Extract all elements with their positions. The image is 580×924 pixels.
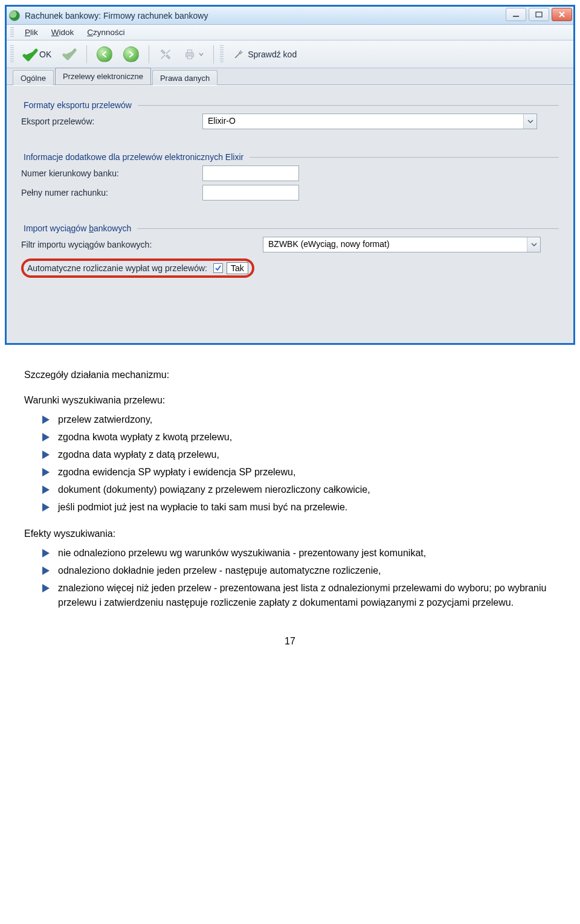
doc-subheading-conditions: Warunki wyszukiwania przelewu: — [24, 393, 556, 408]
app-icon — [9, 10, 20, 21]
toolbar-grip — [10, 45, 14, 63]
check-icon — [22, 47, 37, 62]
export-format-dropdown[interactable]: Elixir-O — [202, 114, 537, 129]
verify-code-button[interactable]: Sprawdź kod — [228, 44, 300, 65]
tab-strip: Ogólne Przelewy elektroniczne Prawa dany… — [7, 68, 573, 85]
print-button[interactable] — [179, 44, 207, 65]
printer-icon — [183, 48, 196, 61]
highlighted-auto-settle-row: Automatyczne rozliczanie wypłat wg przel… — [21, 258, 254, 278]
ok-button[interactable]: OK — [19, 44, 55, 65]
window-title: Rachunek bankowy: Firmowy rachunek banko… — [25, 11, 208, 21]
label-bank-code: Numer kierunkowy banku: — [21, 168, 202, 178]
tab-data-rights[interactable]: Prawa danych — [152, 70, 218, 85]
menubar-grip — [10, 27, 14, 38]
nav-forward-button[interactable] — [120, 44, 143, 65]
chevron-down-icon — [523, 114, 536, 129]
tab-electronic-transfers[interactable]: Przelewy elektroniczne — [55, 68, 151, 85]
titlebar: Rachunek bankowy: Firmowy rachunek banko… — [7, 7, 573, 25]
close-button[interactable] — [552, 8, 572, 21]
list-item: jeśli podmiot już jest na wypłacie to ta… — [42, 500, 556, 515]
menu-actions[interactable]: Czynności — [81, 27, 130, 38]
label-full-account: Pełny numer rachunku: — [21, 188, 202, 197]
list-item: przelew zatwierdzony, — [42, 412, 556, 427]
toolbar-separator — [86, 45, 87, 63]
verify-label: Sprawdź kod — [248, 50, 297, 59]
toolbar-separator — [149, 45, 149, 63]
list-item: nie odnaleziono przelewu wg warunków wys… — [42, 546, 556, 560]
import-filter-value: BZWBK (eWyciąg, nowy format) — [263, 237, 527, 252]
label-auto-settle: Automatyczne rozliczanie wypłat wg przel… — [27, 263, 207, 273]
form-body: Formaty eksportu przelewów Eksport przel… — [7, 85, 573, 343]
list-item: zgodna ewidencja SP wypłaty i ewidencja … — [42, 465, 556, 480]
fieldset-import-statements: Import wyciągów bankowych Filtr importu … — [15, 215, 565, 284]
minimize-button[interactable] — [506, 8, 526, 21]
svg-rect-0 — [513, 16, 519, 17]
label-export-transfers: Eksport przelewów: — [21, 117, 202, 126]
toolbar-separator — [213, 45, 214, 63]
chevron-down-icon — [527, 237, 540, 252]
menu-file[interactable]: Plik — [19, 27, 44, 38]
arrow-right-icon — [123, 47, 139, 62]
page-number: 17 — [24, 634, 556, 649]
doc-heading: Szczegóły działania mechanizmu: — [24, 368, 556, 382]
arrow-left-icon — [97, 47, 112, 62]
tools-icon — [159, 48, 172, 61]
tab-general[interactable]: Ogólne — [13, 70, 54, 85]
list-item: znaleziono więcej niż jeden przelew - pr… — [42, 581, 556, 610]
check-dim-icon — [62, 47, 77, 62]
ok-label: OK — [39, 50, 51, 59]
label-import-filter: Filtr importu wyciągów bankowych: — [21, 240, 263, 249]
fieldset-export-formats: Formaty eksportu przelewów Eksport przel… — [15, 92, 565, 139]
menubar: Plik Widok Czynności — [7, 25, 573, 40]
legend-import: Import wyciągów bankowych — [21, 223, 134, 233]
auto-settle-value: Tak — [227, 262, 248, 274]
conditions-list: przelew zatwierdzony, zgodna kwota wypła… — [24, 412, 556, 515]
effects-list: nie odnaleziono przelewu wg warunków wys… — [24, 546, 556, 610]
nav-back-button[interactable] — [93, 44, 116, 65]
ok-secondary-button[interactable] — [59, 44, 80, 65]
doc-subheading-effects: Efekty wyszukiwania: — [24, 527, 556, 541]
list-item: dokument (dokumenty) powiązany z przelew… — [42, 483, 556, 497]
maximize-button[interactable] — [529, 8, 549, 21]
account-number-input[interactable] — [202, 185, 299, 201]
list-item: zgodna kwota wypłaty z kwotą przelewu, — [42, 430, 556, 444]
menu-view[interactable]: Widok — [45, 27, 80, 38]
svg-rect-3 — [188, 50, 192, 53]
bank-code-input[interactable] — [202, 165, 299, 181]
tools-button[interactable] — [155, 44, 176, 65]
wand-icon — [232, 48, 245, 61]
fieldset-elixir-info: Informacje dodatkowe dla przelewów elekt… — [15, 144, 565, 210]
document-text: Szczegóły działania mechanizmu: Warunki … — [0, 350, 580, 661]
svg-rect-4 — [188, 56, 192, 59]
auto-settle-checkbox[interactable] — [213, 263, 223, 273]
legend-export: Formaty eksportu przelewów — [21, 100, 134, 110]
svg-rect-1 — [536, 12, 542, 17]
toolbar: OK — [7, 40, 573, 68]
legend-elixir: Informacje dodatkowe dla przelewów elekt… — [21, 152, 246, 162]
export-format-value: Elixir-O — [203, 114, 523, 129]
app-window: Rachunek bankowy: Firmowy rachunek banko… — [5, 5, 575, 345]
list-item: odnaleziono dokładnie jeden przelew - na… — [42, 563, 556, 578]
toolbar-grip — [220, 45, 224, 63]
chevron-down-icon — [199, 52, 204, 57]
list-item: zgodna data wypłaty z datą przelewu, — [42, 448, 556, 462]
window-controls — [506, 8, 572, 21]
import-filter-dropdown[interactable]: BZWBK (eWyciąg, nowy format) — [263, 237, 541, 252]
